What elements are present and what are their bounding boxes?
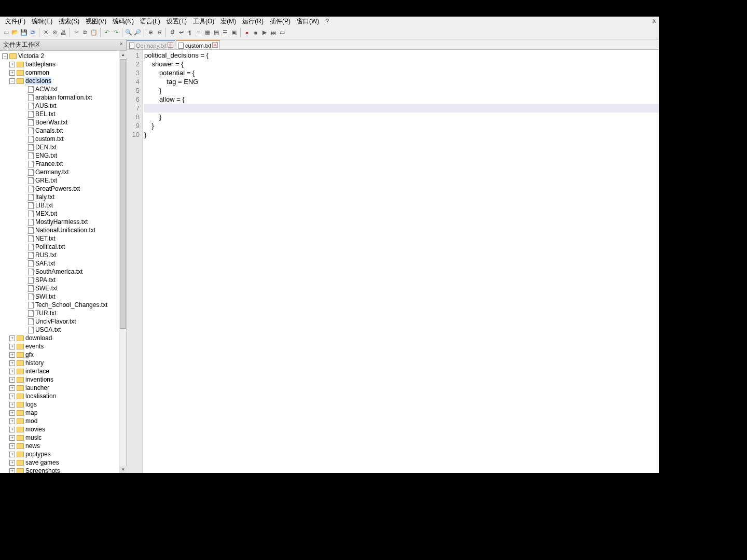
tab-close-icon[interactable]: × <box>168 42 173 48</box>
tree-folder[interactable]: −decisions <box>0 77 126 85</box>
menu-help[interactable]: ? <box>322 18 332 25</box>
sync-scroll-icon[interactable]: ⇵ <box>168 29 176 37</box>
tree-file[interactable]: SAF.txt <box>0 259 126 268</box>
menu-window[interactable]: 窗口(W) <box>294 17 322 26</box>
undo-icon[interactable]: ↶ <box>103 29 111 37</box>
close-file-icon[interactable]: ✕ <box>42 29 50 37</box>
tree-file[interactable]: BoerWar.txt <box>0 118 126 127</box>
code-line[interactable]: } <box>144 121 659 130</box>
tree-file[interactable]: USCA.txt <box>0 326 126 334</box>
redo-icon[interactable]: ↷ <box>112 29 120 37</box>
expander-icon[interactable]: + <box>9 418 15 424</box>
close-all-icon[interactable]: ⊗ <box>50 29 59 37</box>
tree-file[interactable]: ACW.txt <box>0 85 126 93</box>
macro-play-icon[interactable]: ▶ <box>260 29 269 37</box>
expander-icon[interactable]: + <box>9 443 15 449</box>
wordwrap-icon[interactable]: ↩ <box>177 29 185 37</box>
tree-folder[interactable]: +battleplans <box>0 60 126 68</box>
macro-record-icon[interactable]: ● <box>243 29 251 37</box>
menu-search[interactable]: 搜索(S) <box>56 17 82 26</box>
tree-folder[interactable]: +history <box>0 359 126 367</box>
expander-icon[interactable]: + <box>9 435 15 441</box>
menu-macro[interactable]: 宏(M) <box>217 17 239 26</box>
tree-folder[interactable]: +logs <box>0 400 126 409</box>
expander-icon[interactable]: + <box>9 377 15 383</box>
show-all-chars-icon[interactable]: ¶ <box>186 29 194 37</box>
tree-folder[interactable]: +download <box>0 334 126 342</box>
tree-file[interactable]: SPA.txt <box>0 276 126 284</box>
tree-folder[interactable]: +save games <box>0 458 126 467</box>
code-line[interactable]: } <box>144 86 659 95</box>
tree-file[interactable]: SouthAmerica.txt <box>0 268 126 276</box>
tab-close-icon[interactable]: × <box>212 42 218 48</box>
code-area[interactable]: political_decisions = { shower = { poten… <box>143 50 659 473</box>
expander-icon[interactable]: + <box>9 468 15 473</box>
tree-file[interactable]: Canals.txt <box>0 127 126 135</box>
tree-folder[interactable]: +inventions <box>0 375 126 384</box>
expander-icon[interactable]: + <box>9 385 15 391</box>
tree-file[interactable]: MEX.txt <box>0 209 126 218</box>
expander-icon[interactable]: + <box>9 344 15 349</box>
tree-file[interactable]: SWE.txt <box>0 284 126 292</box>
find-icon[interactable]: 🔍 <box>125 29 133 37</box>
tree-folder[interactable]: +localisation <box>0 392 126 400</box>
expander-icon[interactable]: + <box>9 360 15 366</box>
cut-icon[interactable]: ✂ <box>72 29 80 37</box>
tree-folder[interactable]: +Screenshots <box>0 467 126 473</box>
tree-file[interactable]: LIB.txt <box>0 201 126 209</box>
open-file-icon[interactable]: 📂 <box>11 29 19 37</box>
indent-guide-icon[interactable]: ≡ <box>195 29 203 37</box>
expander-icon[interactable]: + <box>9 70 15 76</box>
tree-folder[interactable]: +gfx <box>0 351 126 359</box>
tab-custom[interactable]: custom.txt × <box>176 40 220 49</box>
code-line[interactable]: } <box>144 113 659 121</box>
paste-icon[interactable]: 📋 <box>90 29 98 37</box>
tree-file[interactable]: AUS.txt <box>0 102 126 110</box>
expander-icon[interactable]: + <box>9 369 15 374</box>
save-icon[interactable]: 💾 <box>20 29 28 37</box>
menu-view[interactable]: 视图(V) <box>82 17 109 26</box>
macro-save-icon[interactable]: ▭ <box>278 29 286 37</box>
save-all-icon[interactable]: ⧉ <box>29 29 37 37</box>
expander-icon[interactable]: + <box>9 352 15 358</box>
menu-settings[interactable]: 设置(T) <box>163 17 190 26</box>
tree-folder[interactable]: +common <box>0 68 126 77</box>
folder-workspace-icon[interactable]: ▣ <box>230 29 238 37</box>
scroll-up-icon[interactable]: ▴ <box>119 51 127 58</box>
tree-folder[interactable]: +music <box>0 433 126 442</box>
menu-file[interactable]: 文件(F) <box>2 17 29 26</box>
tree-file[interactable]: NET.txt <box>0 234 126 243</box>
tree-file[interactable]: arabian formation.txt <box>0 93 126 102</box>
doc-map-icon[interactable]: ▤ <box>212 29 220 37</box>
expander-icon[interactable]: + <box>9 410 15 416</box>
zoom-out-icon[interactable]: ⊖ <box>155 29 163 37</box>
code-line[interactable]: potential = { <box>144 68 659 77</box>
tree-folder[interactable]: −Victoria 2 <box>0 52 126 60</box>
window-close-icon[interactable]: x <box>653 17 656 24</box>
expander-icon[interactable]: + <box>9 335 15 341</box>
menu-encoding[interactable]: 编码(N) <box>109 17 137 26</box>
menu-run[interactable]: 运行(R) <box>239 17 267 26</box>
tree-file[interactable]: RUS.txt <box>0 251 126 259</box>
expander-icon[interactable]: + <box>9 402 15 408</box>
file-tree[interactable]: −Victoria 2+battleplans+common−decisions… <box>0 51 126 473</box>
scroll-thumb[interactable] <box>120 59 126 329</box>
copy-icon[interactable]: ⧉ <box>81 29 89 37</box>
code-line[interactable]: allow = { <box>144 95 659 104</box>
tree-file[interactable]: Italy.txt <box>0 193 126 201</box>
expander-icon[interactable]: + <box>9 460 15 466</box>
sidebar-scrollbar[interactable]: ▴ ▾ <box>119 51 126 473</box>
expander-icon[interactable]: + <box>9 427 15 432</box>
tree-file[interactable]: Political.txt <box>0 243 126 251</box>
code-line[interactable]: shower = { <box>144 60 659 68</box>
tree-folder[interactable]: +mod <box>0 417 126 425</box>
tree-file[interactable]: GRE.txt <box>0 176 126 185</box>
expander-icon[interactable]: + <box>9 62 15 67</box>
tree-file[interactable]: NationalUnification.txt <box>0 226 126 234</box>
replace-icon[interactable]: 🔎 <box>133 29 142 37</box>
tree-folder[interactable]: +poptypes <box>0 450 126 458</box>
macro-stop-icon[interactable]: ■ <box>252 29 260 37</box>
sidebar-close-icon[interactable]: × <box>120 40 123 47</box>
new-file-icon[interactable]: ▭ <box>2 29 10 37</box>
tree-file[interactable]: Tech_School_Changes.txt <box>0 301 126 309</box>
